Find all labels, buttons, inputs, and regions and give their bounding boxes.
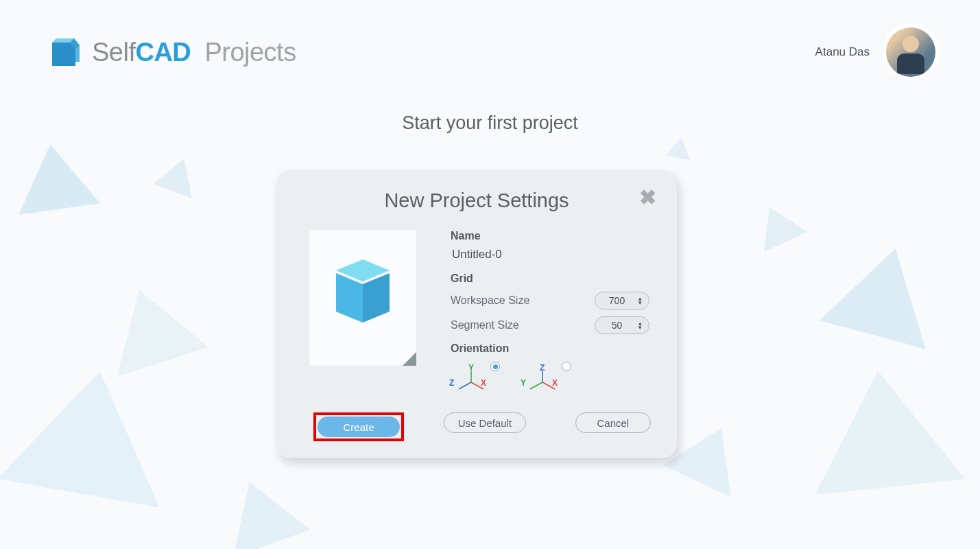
- bg-triangle: [10, 139, 100, 215]
- bg-triangle: [748, 198, 808, 252]
- dialog-footer: Create Use Default Cancel: [297, 412, 656, 441]
- brand-projects: Projects: [204, 38, 296, 67]
- workspace-label: Workspace Size: [451, 294, 529, 307]
- form: Name Untitled-0 Grid Workspace Size 700 …: [451, 230, 649, 393]
- orientation-y-up[interactable]: Y Z X: [452, 364, 504, 393]
- name-label: Name: [451, 230, 649, 242]
- close-icon[interactable]: ✖: [639, 185, 656, 209]
- stepper-arrows-icon[interactable]: ▴▾: [638, 296, 645, 305]
- radio-selected-icon[interactable]: [490, 362, 500, 371]
- bg-triangle: [211, 468, 310, 549]
- orientation-z-up[interactable]: Z Y X: [523, 364, 575, 393]
- user-name[interactable]: Atanu Das: [815, 45, 870, 59]
- page-subtitle: Start your first project: [0, 113, 980, 134]
- bg-triangle: [803, 363, 966, 495]
- workspace-size-input[interactable]: 700 ▴▾: [595, 292, 649, 309]
- segment-label: Segment Size: [451, 319, 519, 331]
- svg-line-6: [459, 382, 471, 389]
- dialog-body: Name Untitled-0 Grid Workspace Size 700 …: [297, 230, 656, 393]
- user-area: Atanu Das: [815, 27, 935, 77]
- workspace-row: Workspace Size 700 ▴▾: [451, 292, 649, 309]
- stepper-arrows-icon[interactable]: ▴▾: [638, 321, 645, 329]
- axes-icon: Y Z X: [452, 366, 486, 393]
- brand-text: SelfCAD Projects: [92, 38, 296, 67]
- grid-label: Grid: [451, 272, 649, 285]
- new-project-dialog: ✖ New Project Settings Name Untitled-0 G…: [276, 170, 677, 458]
- orientation-label: Orientation: [451, 342, 649, 355]
- selfcad-logo-icon: [48, 34, 82, 70]
- dialog-title: New Project Settings: [297, 189, 656, 212]
- axes-icon: Z Y X: [523, 366, 558, 393]
- bg-triangle: [153, 152, 203, 198]
- segment-row: Segment Size 50 ▴▾: [451, 316, 649, 334]
- bg-triangle: [820, 235, 948, 349]
- cube-icon: [336, 265, 390, 318]
- orientation-options: Y Z X Z Y X: [451, 364, 649, 393]
- avatar[interactable]: [886, 27, 935, 77]
- cancel-button[interactable]: Cancel: [575, 412, 651, 433]
- radio-unselected-icon[interactable]: [562, 362, 571, 371]
- brand-self: Self: [92, 38, 135, 67]
- create-button[interactable]: Create: [318, 417, 400, 437]
- name-input[interactable]: Untitled-0: [451, 248, 649, 261]
- brand: SelfCAD Projects: [48, 34, 296, 70]
- workspace-size-value: 700: [595, 295, 638, 306]
- bg-triangle: [0, 358, 181, 508]
- bg-triangle: [666, 135, 694, 160]
- bg-triangle: [93, 275, 208, 377]
- segment-size-value: 50: [595, 320, 638, 331]
- svg-marker-1: [52, 43, 75, 66]
- svg-line-9: [530, 382, 542, 389]
- segment-size-input[interactable]: 50 ▴▾: [595, 316, 649, 334]
- project-thumbnail: [309, 230, 416, 366]
- header: SelfCAD Projects Atanu Das: [0, 0, 980, 77]
- brand-cad: CAD: [135, 38, 191, 67]
- use-default-button[interactable]: Use Default: [444, 412, 526, 433]
- create-button-highlight: Create: [313, 412, 404, 441]
- name-section: Name Untitled-0: [451, 230, 649, 261]
